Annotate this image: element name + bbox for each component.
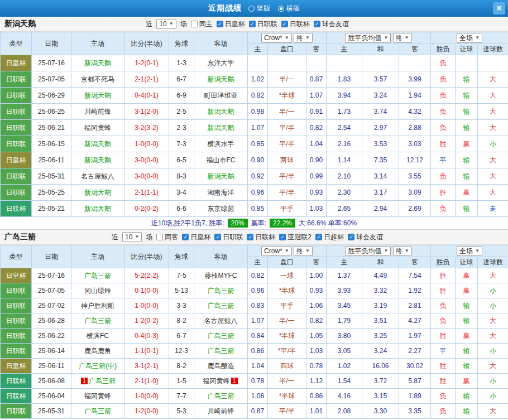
home-team[interactable]: 神户胜利船 bbox=[71, 298, 124, 313]
home-team[interactable]: 福冈黄蜂 bbox=[71, 389, 124, 404]
away-team[interactable]: 町田泽维亚 bbox=[194, 88, 248, 104]
match-date: 25-06-11 bbox=[32, 152, 71, 168]
home-team[interactable]: 新潟天鹅 bbox=[71, 136, 124, 152]
away-team[interactable]: 川崎前锋 bbox=[194, 404, 248, 419]
away-team[interactable]: 广岛三箭 bbox=[194, 389, 248, 404]
league-filter-checkbox[interactable]: 日皇杯 bbox=[217, 20, 245, 29]
competition-badge: 日联杯 bbox=[1, 374, 32, 389]
same-away-checkbox[interactable]: 同客 bbox=[156, 233, 178, 242]
competition-badge: 日职联 bbox=[1, 71, 32, 88]
home-team[interactable]: 福冈黄蜂 bbox=[71, 120, 124, 136]
dialog-titlebar: 近期战绩 竖版 横版 × bbox=[0, 0, 508, 17]
recent-count-select[interactable]: 10 bbox=[156, 19, 176, 29]
bookmaker-select[interactable]: Crow* bbox=[261, 246, 292, 256]
competition-badge: 日职联 bbox=[1, 136, 32, 152]
close-button[interactable]: × bbox=[493, 2, 505, 15]
vertical-layout-radio[interactable]: 竖版 bbox=[248, 4, 270, 13]
handicap-away-odds: 0.93 bbox=[306, 283, 327, 298]
home-team[interactable]: 川崎前锋 bbox=[71, 104, 124, 120]
league-filter-checkbox[interactable]: 日皇杯 bbox=[182, 233, 210, 242]
home-team[interactable]: 冈山绿雉 bbox=[71, 283, 124, 298]
away-team[interactable]: 广岛三箭 bbox=[194, 283, 248, 298]
avg-odds-select[interactable]: 胜平负均值 bbox=[345, 246, 391, 256]
away-team[interactable]: 东京绿茵 bbox=[194, 201, 248, 217]
match-row: 日皇杯 25-06-11 新潟天鹅 3-0(0-0) 6-5 福山市FC 0.9… bbox=[1, 152, 508, 168]
home-team[interactable]: 新潟天鹅 bbox=[71, 201, 124, 217]
horizontal-layout-radio[interactable]: 横版 bbox=[278, 4, 300, 13]
home-team[interactable]: 广岛三箭 bbox=[71, 404, 124, 419]
recent-count-select[interactable]: 10 bbox=[122, 232, 142, 242]
away-team[interactable]: 广岛三箭 bbox=[194, 329, 248, 344]
home-team[interactable]: 鹿岛鹿角 bbox=[71, 344, 124, 359]
home-team[interactable]: 广岛三箭(中) bbox=[71, 359, 124, 374]
home-team[interactable]: 京都不死鸟 bbox=[71, 71, 124, 88]
away-team[interactable]: 新潟天鹅 bbox=[194, 71, 248, 88]
match-date: 25-06-21 bbox=[32, 120, 71, 136]
avg-away-odds: 7.54 bbox=[399, 268, 431, 283]
away-team[interactable]: 藤枝MYFC bbox=[194, 268, 248, 283]
away-team[interactable]: 广岛三箭 bbox=[194, 298, 248, 313]
competition-badge: 日职联 bbox=[1, 104, 32, 120]
away-team[interactable]: 鹿岛酿造 bbox=[194, 359, 248, 374]
handicap-result: 输 bbox=[456, 120, 478, 136]
final-odds-select[interactable]: 终 bbox=[294, 246, 313, 256]
away-team[interactable]: 新潟天鹅 bbox=[194, 120, 248, 136]
final-odds-select[interactable]: 终 bbox=[393, 33, 412, 43]
home-team[interactable]: 新潟天鹅 bbox=[71, 152, 124, 168]
away-team[interactable]: 福冈黄蜂1 bbox=[194, 374, 248, 389]
avg-away-odds: 1.92 bbox=[399, 283, 431, 298]
handicap-home-odds: 0.85 bbox=[248, 136, 268, 152]
goals-result: 大 bbox=[478, 268, 508, 283]
league-filter-checkbox[interactable]: 球会友谊 bbox=[314, 20, 349, 29]
same-home-checkbox[interactable]: 同主 bbox=[191, 20, 213, 29]
goals-result: 大 bbox=[478, 185, 508, 201]
full-match-select[interactable]: 全场 bbox=[457, 33, 482, 43]
avg-away-odds: 4.27 bbox=[399, 313, 431, 329]
col-handicap-line: 盘口 bbox=[268, 44, 306, 55]
col-score: 比分(半场) bbox=[124, 32, 169, 55]
away-team[interactable]: 湘南海洋 bbox=[194, 185, 248, 201]
handicap-line: 半/一 bbox=[268, 71, 306, 88]
home-team[interactable]: 新潟天鹅 bbox=[71, 185, 124, 201]
wdl-result: 平 bbox=[431, 344, 456, 359]
corners: 7-3 bbox=[169, 136, 194, 152]
handicap-line: *半球 bbox=[268, 329, 306, 344]
league-filter-checkbox[interactable]: 球会友谊 bbox=[348, 233, 383, 242]
handicap-result: 赢 bbox=[456, 136, 478, 152]
away-team[interactable]: 名古屋鲸八 bbox=[194, 313, 248, 329]
league-filter-checkbox[interactable]: 日联杯 bbox=[247, 233, 275, 242]
away-team[interactable]: 东洋大学 bbox=[194, 55, 248, 71]
final-odds-select[interactable]: 终 bbox=[393, 246, 412, 256]
away-team[interactable]: 新潟天鹅 bbox=[194, 104, 248, 120]
wdl-odds-group: 胜平负均值 终 bbox=[327, 32, 431, 44]
final-odds-select[interactable]: 终 bbox=[294, 33, 313, 43]
games-label: 场 bbox=[180, 20, 187, 29]
away-team[interactable]: 横滨水手 bbox=[194, 136, 248, 152]
home-team[interactable]: 横滨FC bbox=[71, 329, 124, 344]
away-team[interactable]: 广岛三箭 bbox=[194, 344, 248, 359]
home-team[interactable]: 新潟天鹅 bbox=[71, 55, 124, 71]
home-team[interactable]: 名古屋鲸八 bbox=[71, 168, 124, 185]
away-team[interactable]: 新潟天鹅 bbox=[194, 168, 248, 185]
league-filter-checkbox[interactable]: 亚冠联2 bbox=[279, 233, 311, 242]
col-away: 客场 bbox=[194, 32, 248, 55]
full-match-select[interactable]: 全场 bbox=[457, 246, 482, 256]
league-filter-checkbox[interactable]: 日职联 bbox=[214, 233, 243, 242]
chevron-down-icon bbox=[135, 233, 139, 241]
bookmaker-select[interactable]: Crow* bbox=[261, 33, 292, 43]
avg-draw-odds: 2.94 bbox=[362, 201, 399, 217]
competition-badge: 日职联 bbox=[1, 283, 32, 298]
home-team[interactable]: 1广岛三箭 bbox=[71, 374, 124, 389]
home-team[interactable]: 广岛三箭 bbox=[71, 268, 124, 283]
away-team[interactable]: 福山市FC bbox=[194, 152, 248, 168]
handicap-away-odds: 1.07 bbox=[306, 88, 327, 104]
dialog-title: 近期战绩 bbox=[208, 3, 242, 13]
avg-home-odds: 1.79 bbox=[327, 313, 362, 329]
league-filter-checkbox[interactable]: 日职联 bbox=[249, 20, 277, 29]
home-team[interactable]: 广岛三箭 bbox=[71, 313, 124, 329]
league-filter-checkbox[interactable]: 日超杯 bbox=[315, 233, 344, 242]
home-team[interactable]: 新潟天鹅 bbox=[71, 88, 124, 104]
league-filter-checkbox[interactable]: 日联杯 bbox=[281, 20, 310, 29]
avg-odds-select[interactable]: 胜平负均值 bbox=[345, 33, 391, 43]
col-goals-result: 进球数 bbox=[478, 44, 508, 55]
